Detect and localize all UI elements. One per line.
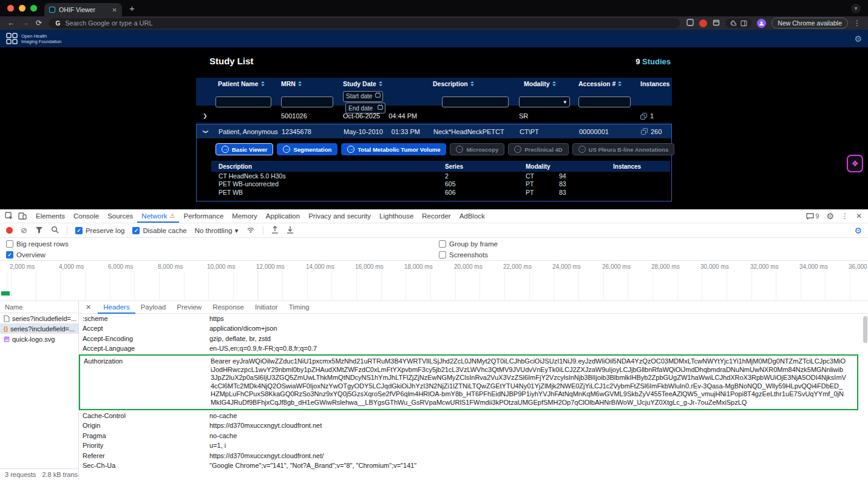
back-icon[interactable]: ← xyxy=(7,16,15,30)
browser-menu-icon[interactable]: ⋮ xyxy=(853,19,861,27)
close-window-button[interactable] xyxy=(7,5,14,12)
tab-adblock[interactable]: AdBlock xyxy=(455,209,489,223)
instances-cell: 1 xyxy=(638,112,672,120)
record-button[interactable] xyxy=(6,227,13,234)
maximize-window-button[interactable] xyxy=(30,5,37,12)
network-settings-gear-icon[interactable]: ⚙ xyxy=(854,226,862,235)
tab-performance[interactable]: Performance xyxy=(179,209,228,223)
clear-icon[interactable]: ⊘ xyxy=(21,226,27,234)
request-headers-list[interactable]: :schemehttps Acceptapplication/dicom+jso… xyxy=(79,312,868,480)
study-time: 01:33 PM xyxy=(392,128,420,135)
network-overview-timeline[interactable]: 2,000 ms 4,000 ms 6,000 ms 8,000 ms 10,0… xyxy=(0,261,868,301)
throttling-select[interactable]: No throttling ▾ xyxy=(195,226,239,235)
extension-icon[interactable] xyxy=(687,19,694,27)
instances-count: 1 xyxy=(650,112,654,120)
scrollbar-thumb[interactable] xyxy=(863,316,867,343)
search-icon[interactable] xyxy=(51,226,59,235)
extension-box-icon[interactable] xyxy=(713,19,720,27)
header-row: :schemehttps xyxy=(79,314,868,324)
screenshots-checkbox[interactable]: Screenshots xyxy=(439,251,488,259)
network-conditions-icon[interactable] xyxy=(246,226,255,234)
checkbox-unchecked-icon xyxy=(6,240,13,248)
tab-privacy[interactable]: Privacy and security xyxy=(304,209,375,223)
column-modality[interactable]: Modality xyxy=(517,80,576,87)
chevron-down-icon[interactable]: ❯ xyxy=(197,129,216,135)
tab-lighthouse[interactable]: Lighthouse xyxy=(375,209,418,223)
devtools-menu-icon[interactable]: ⋮ xyxy=(841,212,849,220)
series-table: Description Series Modality Instances CT… xyxy=(211,161,670,197)
adblock-extension-icon[interactable] xyxy=(699,19,707,27)
omnibox[interactable]: G Search Google or type a URL xyxy=(49,18,680,29)
sort-icon xyxy=(379,81,382,86)
extension-widget-button[interactable]: ❖ xyxy=(847,155,863,172)
reload-icon[interactable]: ⟳ xyxy=(36,16,42,30)
patient-name-filter-input[interactable] xyxy=(215,96,271,107)
timeline-label: 2,000 ms xyxy=(10,263,35,270)
device-toolbar-icon[interactable] xyxy=(18,212,27,220)
minimize-window-button[interactable] xyxy=(19,5,25,12)
new-tab-button[interactable]: + xyxy=(129,0,135,16)
request-row[interactable]: series?includefield=... xyxy=(0,313,78,323)
timeline-label: 30,000 ms xyxy=(700,263,729,270)
series-row[interactable]: PET WB 606 PT 83 xyxy=(211,188,670,197)
forward-icon[interactable]: → xyxy=(22,16,30,30)
tab-elements[interactable]: Elements xyxy=(32,209,69,223)
timeline-label: 8,000 ms xyxy=(158,263,183,270)
tab-application[interactable]: Application xyxy=(262,209,304,223)
devtools-close-icon[interactable]: ✕ xyxy=(856,212,862,220)
description-filter-input[interactable] xyxy=(442,96,509,107)
request-list-header[interactable]: Name xyxy=(0,301,78,313)
tab-close-icon[interactable]: ✕ xyxy=(112,7,117,13)
network-summary: 3 requests 2.8 kB trans xyxy=(0,468,78,480)
big-request-rows-checkbox[interactable]: Big request rows xyxy=(6,240,69,248)
column-mrn[interactable]: MRN xyxy=(279,80,341,87)
profile-avatar[interactable] xyxy=(757,19,766,28)
browser-tab[interactable]: OHIF Viewer ✕ xyxy=(44,3,122,16)
tab-recorder[interactable]: Recorder xyxy=(418,209,455,223)
mrn-filter-input[interactable] xyxy=(281,96,333,107)
series-row[interactable]: CT HeadNeck 5.0 H30s 2 CT 94 xyxy=(211,172,670,180)
chevron-right-icon[interactable]: ❯ xyxy=(196,113,215,119)
extensions-pill[interactable] xyxy=(725,19,751,28)
import-har-icon[interactable] xyxy=(271,226,279,235)
tab-network[interactable]: Network⚠ xyxy=(137,209,179,223)
page-title: Study List xyxy=(209,56,254,66)
study-table: Patient Name MRN Study Date Description … xyxy=(196,78,672,201)
request-row-selected[interactable]: {} series?includefield=... xyxy=(0,323,78,334)
new-chrome-available-button[interactable]: New Chrome available xyxy=(771,18,848,29)
detail-close-icon[interactable]: ✕ xyxy=(79,303,98,311)
study-list-page: Study List 9 Studies Patient Name MRN St… xyxy=(0,47,868,209)
segmentation-button[interactable]: →Segmentation xyxy=(277,143,337,155)
tab-memory[interactable]: Memory xyxy=(228,209,262,223)
widget-icon: ❖ xyxy=(852,159,859,168)
inspect-element-icon[interactable] xyxy=(5,212,13,220)
column-patient-name[interactable]: Patient Name xyxy=(215,80,279,87)
study-row-selected[interactable]: ❯ Patient, Anonymous 12345678 May-10-201… xyxy=(197,124,671,138)
column-accession[interactable]: Accession # xyxy=(576,80,638,87)
filter-icon[interactable] xyxy=(35,226,43,235)
study-row[interactable]: ❯ 5001026 Oct-06-2025 04:44 PM SR 1 xyxy=(196,109,672,123)
devtools-settings-gear-icon[interactable]: ⚙ xyxy=(826,211,834,221)
tmtv-button[interactable]: →Total Metabolic Tumor Volume xyxy=(341,143,446,155)
launch-icon: → xyxy=(222,146,229,153)
checkbox-unchecked-icon xyxy=(439,251,446,259)
overview-checkbox[interactable]: ✓ Overview xyxy=(6,251,46,259)
study-time: 04:44 PM xyxy=(388,112,417,120)
basic-viewer-button[interactable]: →Basic Viewer xyxy=(215,143,273,155)
column-description[interactable]: Description xyxy=(430,80,517,87)
disable-cache-checkbox[interactable]: ✓ Disable cache xyxy=(132,227,186,234)
column-study-date[interactable]: Study Date xyxy=(341,80,430,87)
group-by-frame-checkbox[interactable]: Group by frame xyxy=(439,240,498,248)
launch-icon: → xyxy=(578,146,586,153)
tab-sources[interactable]: Sources xyxy=(103,209,137,223)
issues-button[interactable]: 9 xyxy=(806,212,819,220)
export-har-icon[interactable] xyxy=(287,226,294,235)
ohif-settings-gear-icon[interactable]: ⚙ xyxy=(854,34,862,44)
preserve-log-checkbox[interactable]: ✓ Preserve log xyxy=(75,227,125,234)
tab-console[interactable]: Console xyxy=(69,209,103,223)
request-row[interactable]: quick-logo.svg xyxy=(0,334,78,344)
tab-search-icon[interactable]: ▾ xyxy=(851,4,861,13)
modality-select[interactable]: ▾ xyxy=(519,96,570,107)
series-row[interactable]: PET WB-uncorrected 605 PT 83 xyxy=(211,180,670,189)
accession-filter-input[interactable] xyxy=(578,96,631,107)
